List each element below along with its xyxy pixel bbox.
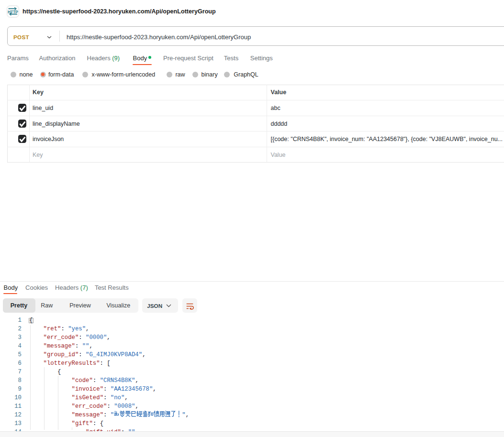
svg-text:HTTP: HTTP bbox=[8, 10, 18, 14]
